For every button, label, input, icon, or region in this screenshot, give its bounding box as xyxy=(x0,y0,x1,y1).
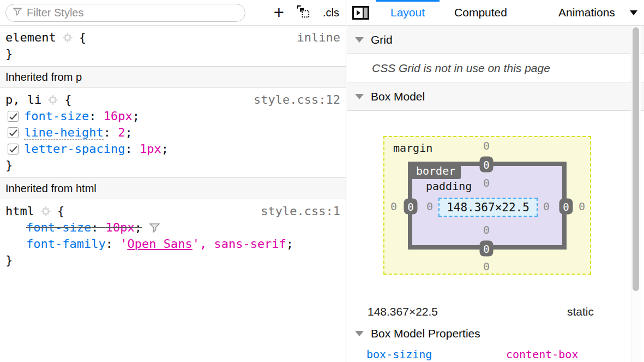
box-model-section-header[interactable]: Box Model xyxy=(347,82,644,111)
margin-left-value[interactable]: 0 xyxy=(390,200,397,213)
grid-section-header[interactable]: Grid xyxy=(347,26,644,54)
chevron-down-icon xyxy=(355,94,364,99)
margin-label: margin xyxy=(393,141,432,155)
chevron-down-icon xyxy=(355,331,364,336)
border-bottom-value[interactable]: 0 xyxy=(480,241,493,257)
selector-element[interactable]: element xyxy=(5,29,56,46)
rule-p-li: p, li { style.css:12 font-size: 16px; li… xyxy=(0,88,346,177)
rule-html: html { style.css:1 font-size: 10px; font… xyxy=(0,199,346,272)
font-family-link[interactable]: Open Sans xyxy=(127,237,192,251)
padding-label: padding xyxy=(426,180,472,193)
border-left-value[interactable]: 0 xyxy=(404,199,418,215)
padding-top-value[interactable]: 0 xyxy=(483,176,490,189)
content-size-value: 148.367×22.5 xyxy=(447,201,529,214)
property-value[interactable]: 2 xyxy=(118,126,125,139)
border-label: border xyxy=(411,163,461,179)
stylesheet-link[interactable]: style.css:12 xyxy=(254,92,340,108)
property-name[interactable]: line-height xyxy=(24,126,104,140)
more-tabs-chevron-icon[interactable] xyxy=(630,10,637,15)
property-row: font-family: 'Open Sans', sans-serif; xyxy=(5,236,340,252)
property-row: letter-spacing: 1px; xyxy=(5,141,340,157)
layout-panel: Layout Computed Animations Grid CSS Grid… xyxy=(347,0,644,362)
property-value[interactable]: ', sans-serif xyxy=(192,237,286,251)
selector-html[interactable]: html xyxy=(5,203,34,219)
element-position: static xyxy=(567,305,594,318)
tab-label: Animations xyxy=(558,6,615,19)
property-checkbox[interactable] xyxy=(8,111,19,122)
property-name[interactable]: font-size xyxy=(26,221,91,234)
box-model-content-region[interactable]: 148.367×22.5 xyxy=(438,198,538,217)
semicolon: ; xyxy=(135,221,142,234)
filter-styles-field[interactable] xyxy=(5,4,245,22)
inherited-from-p-header: Inherited from p xyxy=(0,66,346,88)
semicolon: ; xyxy=(125,126,132,139)
property-value[interactable]: 10px xyxy=(106,221,135,234)
property-value[interactable]: 16px xyxy=(104,109,133,123)
margin-top-value[interactable]: 0 xyxy=(483,139,490,152)
border-right-value[interactable]: 0 xyxy=(559,199,573,215)
box-model-properties-title: Box Model Properties xyxy=(371,327,480,340)
filter-funnel-icon xyxy=(13,8,22,18)
property-value-quote: ' xyxy=(120,237,127,251)
scrollbar-thumb[interactable] xyxy=(633,27,639,291)
selector-p-li[interactable]: p, li xyxy=(5,92,41,108)
box-model-properties-header[interactable]: Box Model Properties xyxy=(347,319,644,348)
colon: : xyxy=(91,221,106,234)
property-row: font-size: 16px; xyxy=(5,108,340,124)
add-rule-button[interactable]: + xyxy=(274,5,284,20)
box-model-margin-region[interactable]: margin border padding 148.367×22.5 0 0 0… xyxy=(383,136,591,275)
gear-icon[interactable] xyxy=(47,94,59,106)
pane-toggle-icon[interactable] xyxy=(352,6,369,20)
stylesheet-link[interactable]: style.css:1 xyxy=(261,203,340,219)
sidebar-tabbar: Layout Computed Animations xyxy=(347,0,644,26)
property-value[interactable]: content-box xyxy=(506,348,578,361)
property-name[interactable]: font-size xyxy=(24,109,89,123)
semicolon: ; xyxy=(133,109,140,123)
margin-right-value[interactable]: 0 xyxy=(579,200,585,213)
border-top-value[interactable]: 0 xyxy=(480,157,493,173)
grid-section-title: Grid xyxy=(371,33,393,46)
padding-left-value[interactable]: 0 xyxy=(426,200,433,213)
property-name[interactable]: font-family xyxy=(26,237,106,251)
filter-styles-input[interactable] xyxy=(27,7,238,19)
colon: : xyxy=(89,109,104,123)
tab-computed[interactable]: Computed xyxy=(440,0,522,26)
rules-panel: + .cls element { inline xyxy=(0,0,346,362)
semicolon: ; xyxy=(286,237,293,251)
tab-animations[interactable]: Animations xyxy=(544,0,630,26)
rules-toolbar-actions: + .cls xyxy=(274,4,340,22)
class-panel-toggle-button[interactable]: .cls xyxy=(323,7,339,19)
property-row: line-height: 2; xyxy=(5,124,340,141)
margin-bottom-value[interactable]: 0 xyxy=(483,260,490,273)
property-checkbox[interactable] xyxy=(8,144,19,155)
pseudo-classes-icon[interactable] xyxy=(296,4,311,22)
property-value[interactable]: 1px xyxy=(140,142,161,156)
grid-empty-message: CSS Grid is not in use on this page xyxy=(347,54,644,82)
property-checkbox[interactable] xyxy=(8,127,19,138)
semicolon: ; xyxy=(161,142,168,156)
tab-label: Layout xyxy=(390,6,425,19)
box-model-diagram: margin border padding 148.367×22.5 0 0 0… xyxy=(347,111,644,294)
rule-element: element { inline } xyxy=(0,26,346,66)
padding-right-value[interactable]: 0 xyxy=(543,200,550,213)
gear-icon[interactable] xyxy=(40,205,52,217)
box-model-property-row: box-sizing content-box xyxy=(347,348,644,361)
brace-open: { xyxy=(57,203,64,219)
gear-icon[interactable] xyxy=(62,32,74,44)
colon: : xyxy=(106,237,121,251)
property-name[interactable]: box-sizing xyxy=(366,348,506,361)
inherited-from-html-header: Inherited from html xyxy=(0,177,346,199)
brace-open: { xyxy=(79,29,86,46)
padding-bottom-value[interactable]: 0 xyxy=(483,223,490,236)
devtools-window: + .cls element { inline xyxy=(0,0,644,362)
overridden-filter-icon[interactable] xyxy=(149,223,160,233)
rules-toolbar: + .cls xyxy=(0,0,346,26)
colon: : xyxy=(104,126,118,139)
scrollbar-track[interactable] xyxy=(631,26,641,362)
property-name[interactable]: letter-spacing xyxy=(24,142,125,156)
tab-layout[interactable]: Layout xyxy=(376,0,440,26)
element-style-badge: inline xyxy=(297,29,340,46)
brace-close: } xyxy=(5,46,340,62)
chevron-down-icon xyxy=(355,37,364,43)
brace-close: } xyxy=(5,157,340,174)
